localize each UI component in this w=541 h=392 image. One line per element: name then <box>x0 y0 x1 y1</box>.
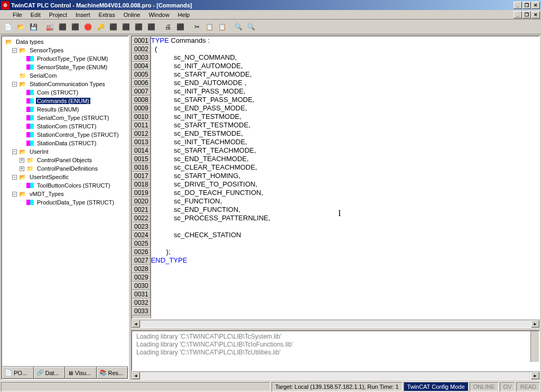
message-hscrollbar[interactable]: ◄ ► <box>131 371 540 380</box>
tree-node-label[interactable]: UserIntSpecific <box>29 174 70 180</box>
scroll-track[interactable] <box>140 320 531 328</box>
tree-node[interactable]: +ControlPanel Objects <box>3 156 127 164</box>
code-line[interactable] <box>151 222 539 231</box>
expand-icon[interactable]: + <box>20 166 24 171</box>
tree-node-label[interactable]: StationCommunication Types <box>29 81 106 87</box>
tree-node-label[interactable]: SerialCom <box>29 72 58 79</box>
code-line[interactable]: sc_CHECK_STATION <box>151 231 539 239</box>
code-line[interactable]: sc_END_TESTMODE, <box>151 129 539 138</box>
code-line[interactable]: sc_DO_TEACH_FUNCTION, <box>151 189 539 197</box>
code-line[interactable] <box>151 282 539 290</box>
tree-node-label[interactable]: StationCom (STRUCT) <box>36 123 97 129</box>
code-line[interactable] <box>151 239 539 248</box>
toolbar-button-7[interactable]: 🛑 <box>82 21 94 33</box>
code-line[interactable]: sc_CLEAR_TEACHMODE, <box>151 163 539 172</box>
toolbar-button-18[interactable]: 📋 <box>203 21 216 33</box>
code-line[interactable] <box>151 273 539 282</box>
code-line[interactable]: sc_START_PASS_MODE, <box>151 96 539 104</box>
left-tab[interactable]: 📄PO... <box>2 367 34 379</box>
tree-node[interactable]: −vMDT_Types <box>3 190 127 198</box>
left-tab[interactable]: 🖥Visu... <box>65 367 97 379</box>
code-line[interactable]: sc_INIT_AUTOMODE, <box>151 62 539 70</box>
code-line[interactable]: END_TYPE <box>151 256 539 265</box>
tree-node-label[interactable]: SensorState_Type (ENUM) <box>36 64 108 70</box>
code-line[interactable]: sc_INIT_PASS_MODE, <box>151 87 539 96</box>
toolbar-button-11[interactable]: ⬛ <box>133 21 145 33</box>
expand-icon[interactable]: − <box>12 150 17 154</box>
tree-node-label[interactable]: Commands (ENUM) <box>36 98 90 104</box>
code-area[interactable]: TYPE Commands : ( sc_NO_COMMAND, sc_INIT… <box>151 36 539 319</box>
close-button[interactable]: ✕ <box>531 2 540 9</box>
menu-project[interactable]: Project <box>45 10 71 20</box>
code-line[interactable]: sc_PROCESS_PATTERNLINE, <box>151 214 539 222</box>
code-line[interactable]: sc_START_TEACHMODE, <box>151 146 539 155</box>
code-line[interactable]: sc_INIT_TESTMODE, <box>151 113 539 121</box>
tree-node[interactable]: −SensorTypes <box>3 46 127 54</box>
menu-insert[interactable]: Insert <box>71 10 95 20</box>
tree-node[interactable]: SerialCom <box>3 71 127 80</box>
tree-node[interactable]: −UserInt <box>3 147 127 156</box>
scroll-track[interactable] <box>140 372 531 379</box>
toolbar-button-21[interactable]: 🔍 <box>232 21 245 33</box>
menu-online[interactable]: Online <box>119 10 145 20</box>
menu-file[interactable]: File <box>8 10 26 20</box>
tree-node-label[interactable]: SensorTypes <box>29 47 64 53</box>
tree-node[interactable]: SerialCom_Type (STRUCT) <box>3 114 127 122</box>
code-line[interactable]: ); <box>151 248 539 256</box>
toolbar-button-22[interactable]: 🔍 <box>245 21 257 33</box>
tree-node-label[interactable]: SerialCom_Type (STRUCT) <box>36 115 110 121</box>
code-line[interactable]: sc_END_AUTOMODE , <box>151 79 539 87</box>
tree-node[interactable]: +ControlPanelDefinitions <box>3 164 127 173</box>
editor-hscrollbar[interactable]: ◄ ► <box>131 320 540 328</box>
tree-node[interactable]: Results (ENUM) <box>3 105 127 114</box>
tree-node[interactable]: StationData (STRUCT) <box>3 139 127 147</box>
toolbar-button-14[interactable]: 🖨 <box>162 21 174 33</box>
mdi-restore-button[interactable]: ❐ <box>523 11 531 18</box>
tree-node-label[interactable]: ProductData_Type (STRUCT) <box>36 199 115 206</box>
code-line[interactable]: sc_START_TESTMODE, <box>151 121 539 129</box>
tree-node[interactable]: −StationCommunication Types <box>3 80 127 88</box>
code-line[interactable]: sc_END_FUNCTION, <box>151 206 539 214</box>
menu-help[interactable]: Help <box>174 10 194 20</box>
expand-icon[interactable]: − <box>12 48 17 53</box>
code-line[interactable] <box>151 290 539 298</box>
mdi-close-button[interactable]: ✕ <box>531 11 540 18</box>
menu-edit[interactable]: Edit <box>26 10 45 20</box>
code-line[interactable]: sc_INIT_TEACHMODE, <box>151 138 539 146</box>
toolbar-button-19[interactable]: 📋 <box>216 21 228 33</box>
tree-node-label[interactable]: StationData (STRUCT) <box>36 140 97 146</box>
toolbar-button-10[interactable]: ⬛ <box>120 21 132 33</box>
toolbar-button-17[interactable]: ✂ <box>191 21 203 33</box>
tree-node[interactable]: StationCom (STRUCT) <box>3 122 127 130</box>
tree-node-label[interactable]: StationControl_Type (STRUCT) <box>36 132 120 138</box>
toolbar-button-15[interactable]: ⬛ <box>174 21 186 33</box>
code-line[interactable] <box>151 298 539 307</box>
toolbar-button-1[interactable]: 📂 <box>15 21 27 33</box>
toolbar-button-8[interactable]: 🔑 <box>95 21 107 33</box>
expand-icon[interactable]: − <box>12 175 17 180</box>
toolbar-button-12[interactable]: ⬛ <box>145 21 157 33</box>
code-editor[interactable]: 0001000200030004000500060007000800090010… <box>131 35 540 320</box>
toolbar-button-9[interactable]: ⬛ <box>107 21 119 33</box>
tree-node-label[interactable]: vMDT_Types <box>29 191 65 197</box>
project-tree[interactable]: Data types−SensorTypesProductType_Type (… <box>2 36 128 366</box>
expand-icon[interactable]: − <box>12 192 17 197</box>
tree-node[interactable]: −UserIntSpecific <box>3 173 127 181</box>
toolbar-button-5[interactable]: ⬛ <box>57 21 69 33</box>
code-line[interactable]: sc_DRIVE_TO_POSITION, <box>151 180 539 189</box>
code-line[interactable]: sc_NO_COMMAND, <box>151 53 539 62</box>
code-line[interactable] <box>151 265 539 273</box>
tree-node[interactable]: Com (STRUCT) <box>3 88 127 97</box>
tree-node-label[interactable]: UserInt <box>29 148 49 155</box>
menu-extras[interactable]: Extras <box>94 10 119 20</box>
tree-node-label[interactable]: Com (STRUCT) <box>36 89 79 96</box>
message-vscrollbar[interactable] <box>530 331 539 362</box>
toolbar-button-0[interactable]: 📄 <box>2 21 14 33</box>
toolbar-button-4[interactable]: 🏭 <box>44 21 56 33</box>
maximize-button[interactable]: ❐ <box>523 2 531 9</box>
expand-icon[interactable]: + <box>20 158 24 163</box>
scroll-right-icon[interactable]: ► <box>531 372 539 379</box>
code-line[interactable]: ( <box>151 45 539 53</box>
tree-node[interactable]: ProductType_Type (ENUM) <box>3 54 127 63</box>
tree-root-label[interactable]: Data types <box>15 39 45 45</box>
